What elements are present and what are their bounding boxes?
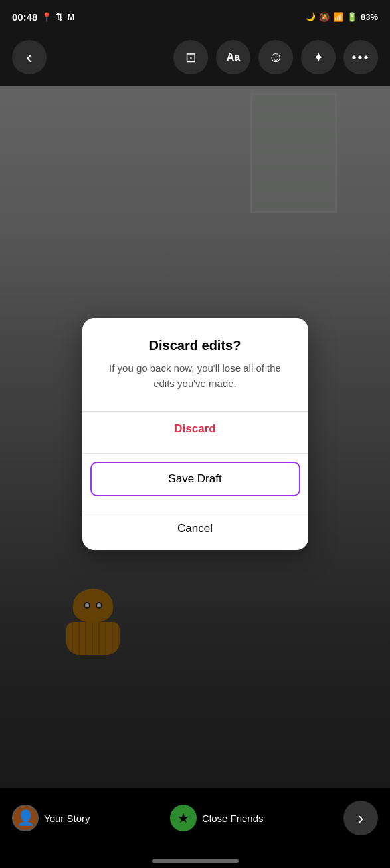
dialog-message: If you go back now, you'll lose all of t… xyxy=(101,361,290,391)
save-draft-button[interactable]: Save Draft xyxy=(90,462,300,496)
discard-button[interactable]: Discard xyxy=(82,412,308,446)
dialog-content: Discard edits? If you go back now, you'l… xyxy=(82,318,308,404)
modal-overlay: Discard edits? If you go back now, you'l… xyxy=(0,0,390,868)
discard-dialog: Discard edits? If you go back now, you'l… xyxy=(82,318,308,550)
dialog-title: Discard edits? xyxy=(101,338,290,353)
cancel-button[interactable]: Cancel xyxy=(82,511,308,546)
